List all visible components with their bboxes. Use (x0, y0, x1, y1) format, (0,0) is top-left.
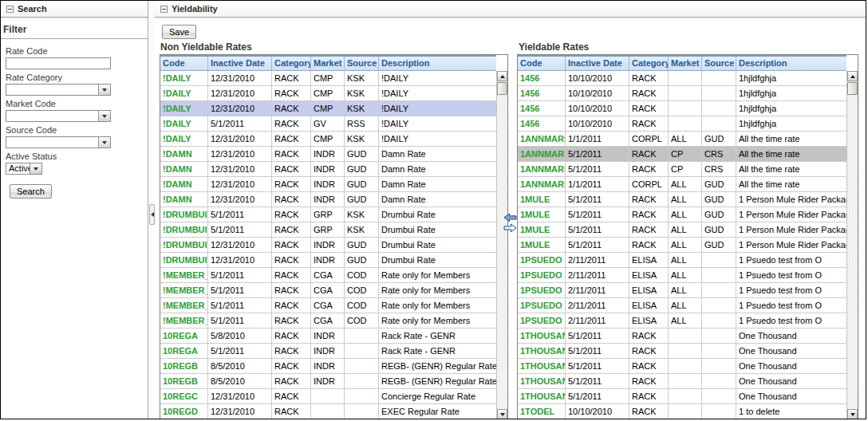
column-header-market[interactable]: Market (669, 57, 702, 71)
table-row[interactable]: 1TODEL10/10/2010RACK1 to delete (518, 404, 846, 419)
cell-category[interactable]: RACK (629, 147, 669, 161)
cell-category[interactable]: RACK (629, 344, 669, 358)
cell-inactive-date[interactable]: 5/1/2011 (566, 374, 629, 388)
table-row[interactable]: 1PSUEDO2/11/2011ELISAALL1 Psuedo test fr… (518, 283, 846, 298)
cell-source[interactable]: COD (345, 283, 379, 297)
cell-market[interactable]: CGA (311, 298, 345, 313)
cell-market[interactable]: ALL (669, 207, 702, 222)
cell-description[interactable]: One Thousand (736, 359, 846, 373)
table-row[interactable]: 145610/10/2010RACK1hjldfghja (518, 71, 846, 86)
cell-source[interactable] (345, 359, 379, 373)
cell-inactive-date[interactable]: 5/1/2011 (566, 192, 629, 207)
cell-source[interactable] (702, 283, 736, 297)
table-row[interactable]: 10REGA5/8/2010RACKINDRRack Rate - GENR (160, 329, 496, 344)
cell-market[interactable]: ALL (669, 177, 702, 191)
cell-category[interactable]: RACK (272, 177, 311, 191)
table-row[interactable]: 1PSUEDO2/11/2011ELISAALL1 Psuedo test fr… (518, 313, 846, 329)
cell-inactive-date[interactable]: 5/1/2011 (566, 389, 629, 403)
cell-market[interactable] (669, 116, 702, 131)
cell-source[interactable]: KSK (345, 222, 379, 237)
cell-source[interactable]: KSK (345, 132, 379, 146)
cell-description[interactable]: Drumbui Rate (379, 222, 496, 237)
cell-code[interactable]: 1THOUSAND (518, 344, 566, 358)
cell-inactive-date[interactable]: 5/1/2011 (208, 313, 272, 328)
cell-source[interactable] (702, 344, 736, 358)
cell-market[interactable]: INDR (311, 162, 345, 176)
cell-source[interactable]: KSK (345, 207, 379, 222)
cell-inactive-date[interactable]: 2/11/2011 (566, 283, 629, 297)
table-row[interactable]: 1THOUSAND5/1/2011RACKOne Thousand (518, 359, 846, 374)
cell-category[interactable]: ELISA (629, 253, 669, 267)
cell-source[interactable]: GUD (702, 192, 736, 207)
table-row[interactable]: 10REGD12/31/2010RACKEXEC Regular Rate (160, 404, 496, 419)
cell-description[interactable]: One Thousand (736, 389, 846, 403)
cell-market[interactable] (669, 101, 702, 116)
cell-description[interactable]: 1 Person Mule Rider Package (736, 238, 846, 252)
cell-code[interactable]: !DRUMBUI (160, 238, 208, 252)
splitter-collapse-handle[interactable] (149, 204, 155, 225)
cell-description[interactable]: Rate only for Members (379, 283, 496, 297)
cell-category[interactable]: RACK (629, 329, 669, 343)
cell-inactive-date[interactable]: 12/31/2010 (208, 192, 272, 207)
cell-source[interactable] (702, 329, 736, 343)
cell-code[interactable]: 1THOUSAND (518, 374, 566, 388)
table-row[interactable]: 1THOUSAND5/1/2011RACKOne Thousand (518, 329, 846, 344)
cell-category[interactable]: RACK (272, 298, 311, 313)
scrollbar-thumb[interactable] (497, 82, 507, 95)
cell-market[interactable]: CGA (311, 283, 345, 297)
cell-description[interactable]: 1 Psuedo test from O (736, 283, 846, 297)
cell-source[interactable] (702, 253, 736, 267)
cell-market[interactable]: INDR (311, 238, 345, 252)
cell-category[interactable]: RACK (629, 162, 669, 176)
cell-inactive-date[interactable]: 12/31/2010 (208, 162, 272, 176)
column-header-category[interactable]: Category (629, 57, 669, 71)
cell-category[interactable]: CORPL (629, 132, 669, 146)
cell-description[interactable]: Drumbui Rate (379, 238, 496, 252)
cell-source[interactable]: GUD (345, 238, 379, 252)
cell-code[interactable]: !DAILY (160, 101, 208, 116)
table-row[interactable]: 1ANNMARIE5/1/2011RACKCPCRSAll the time r… (518, 162, 846, 177)
cell-category[interactable]: RACK (272, 162, 311, 176)
cell-market[interactable]: ALL (669, 192, 702, 207)
cell-description[interactable]: One Thousand (736, 329, 846, 343)
cell-source[interactable]: KSK (345, 101, 379, 116)
cell-category[interactable]: RACK (272, 147, 311, 161)
cell-description[interactable]: Damn Rate (379, 162, 496, 176)
cell-market[interactable] (311, 404, 345, 419)
cell-description[interactable]: 1 to delete (736, 404, 846, 419)
cell-inactive-date[interactable]: 1/1/2011 (566, 132, 629, 146)
cell-market[interactable] (669, 389, 702, 403)
cell-inactive-date[interactable]: 5/1/2011 (208, 344, 272, 358)
cell-source[interactable] (345, 374, 379, 388)
cell-market[interactable]: INDR (311, 329, 345, 343)
table-row[interactable]: 1ANNMARIE1/1/2011CORPLALLGUDAll the time… (518, 132, 846, 147)
cell-source[interactable]: COD (345, 268, 379, 282)
cell-description[interactable]: Damn Rate (379, 147, 496, 161)
table-row[interactable]: !MEMBER_RA...5/1/2011RACKCGACODRate only… (160, 298, 496, 313)
scrollbar-down-button[interactable] (497, 409, 507, 419)
table-row[interactable]: 1PSUEDO2/11/2011ELISAALL1 Psuedo test fr… (518, 268, 846, 283)
cell-market[interactable]: ALL (669, 313, 702, 328)
cell-category[interactable]: RACK (272, 404, 311, 419)
table-row[interactable]: 1MULE5/1/2011RACKALLGUD1 Person Mule Rid… (518, 222, 846, 238)
table-row[interactable]: 10REGB8/5/2010RACKINDRREGB- (GENR) Regul… (160, 359, 496, 374)
table-row[interactable]: 1THOUSAND5/1/2011RACKOne Thousand (518, 344, 846, 359)
table-row[interactable]: 1THOUSAND5/1/2011RACKOne Thousand (518, 389, 846, 404)
chevron-down-icon[interactable] (98, 111, 110, 121)
cell-description[interactable]: Damn Rate (379, 192, 496, 207)
cell-market[interactable]: ALL (669, 253, 702, 267)
cell-source[interactable] (702, 404, 736, 419)
table-row[interactable]: 1MULE5/1/2011RACKALLGUD1 Person Mule Rid… (518, 238, 846, 253)
cell-inactive-date[interactable]: 12/31/2010 (208, 177, 272, 191)
cell-description[interactable]: One Thousand (736, 374, 846, 388)
cell-category[interactable]: RACK (272, 313, 311, 328)
cell-code[interactable]: 10REGA (160, 344, 208, 358)
table-row[interactable]: !MEMBER_RA...5/1/2011RACKCGACODRate only… (160, 268, 496, 283)
cell-description[interactable]: All the time rate (736, 147, 846, 161)
cell-category[interactable]: RACK (272, 238, 311, 252)
cell-description[interactable]: !DAILY (379, 71, 496, 85)
cell-market[interactable]: INDR (311, 147, 345, 161)
cell-description[interactable]: 1 Psuedo test from O (736, 253, 846, 267)
cell-market[interactable]: INDR (311, 177, 345, 191)
cell-code[interactable]: !DAMN (160, 162, 208, 176)
